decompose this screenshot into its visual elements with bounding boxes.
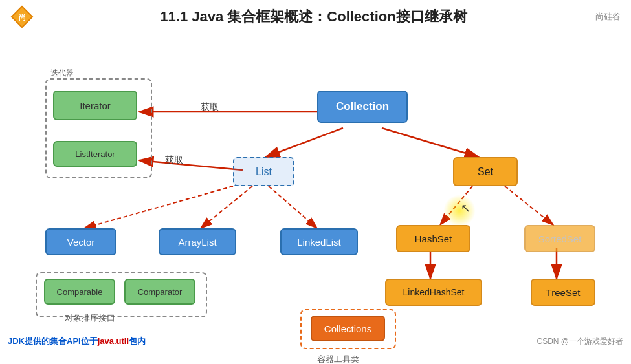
svg-line-13 <box>505 186 553 225</box>
treeset-node: TreeSet <box>531 279 595 306</box>
arraylist-label: ArrayList <box>178 237 216 248</box>
hashset-label: HashSet <box>415 233 452 244</box>
comparable-label: Comparable <box>57 287 103 297</box>
svg-line-10 <box>201 186 252 228</box>
list-node: List <box>233 157 294 186</box>
linkedhashset-label: LinkedHashSet <box>403 287 465 297</box>
list-iterator-node: ListIterator <box>53 141 137 167</box>
tool-label: 容器工具类 <box>317 354 359 364</box>
vector-label: Vector <box>67 237 95 248</box>
page-title: 11.1 Java 集合框架概述：Collection接口继承树 <box>39 7 588 27</box>
footer-suffix: 包内 <box>129 336 146 346</box>
linkedlist-label: LinkedList <box>297 237 341 248</box>
svg-line-11 <box>269 186 317 228</box>
hashset-node: HashSet <box>396 225 470 252</box>
iterator-label: 迭代器 <box>50 68 74 79</box>
set-label: Set <box>478 166 493 178</box>
collection-label: Collection <box>336 100 389 113</box>
get-label-2: 获取 <box>165 155 183 166</box>
comparator-node: Comparator <box>124 279 195 305</box>
comparator-label: Comparator <box>138 287 183 297</box>
cursor-glow <box>443 195 476 227</box>
iterator-node: Iterator <box>53 91 137 120</box>
page-container: 尚 11.1 Java 集合框架概述：Collection接口继承树 尚硅谷 <box>0 0 631 364</box>
sortedset-label: SortedSet <box>538 233 582 244</box>
comparable-node: Comparable <box>44 279 115 305</box>
linkedhashset-node: LinkedHashSet <box>385 279 482 306</box>
get-label-1: 获取 <box>201 102 219 113</box>
iterator-label-text: Iterator <box>80 100 111 111</box>
title-text: 11.1 Java 集合框架概述：Collection接口继承树 <box>160 8 467 25</box>
csdn-label: CSDN @一个游戏爱好者 <box>537 336 623 347</box>
vector-node: Vector <box>45 228 116 255</box>
list-iterator-label: ListIterator <box>75 149 115 159</box>
svg-line-6 <box>139 160 243 170</box>
cursor-icon: ↖ <box>461 201 470 215</box>
footer-prefix: JDK提供的集合API位于 <box>8 336 98 346</box>
svg-line-7 <box>265 128 343 157</box>
svg-line-9 <box>84 186 233 228</box>
collection-node: Collection <box>317 91 408 123</box>
sort-label: 对象排序接口 <box>65 312 115 324</box>
treeset-label: TreeSet <box>546 287 581 298</box>
arraylist-node: ArrayList <box>159 228 236 255</box>
svg-text:尚: 尚 <box>19 14 26 21</box>
sortedset-node: SortedSet <box>524 225 595 252</box>
diagram-area: 迭代器 Collection Iterator ListIterator 获取 … <box>0 34 631 351</box>
set-node: Set <box>453 157 518 186</box>
svg-line-8 <box>382 128 479 157</box>
linkedlist-node: LinkedList <box>280 228 358 255</box>
footer-text: JDK提供的集合API位于java.util包内 <box>8 336 146 347</box>
logo-icon: 尚 <box>10 5 34 28</box>
list-label: List <box>256 166 272 178</box>
footer-package: java.util <box>98 336 129 346</box>
collections-box <box>300 309 396 349</box>
header: 尚 11.1 Java 集合框架概述：Collection接口继承树 尚硅谷 <box>0 0 631 34</box>
brand-label: 尚硅谷 <box>588 11 621 23</box>
